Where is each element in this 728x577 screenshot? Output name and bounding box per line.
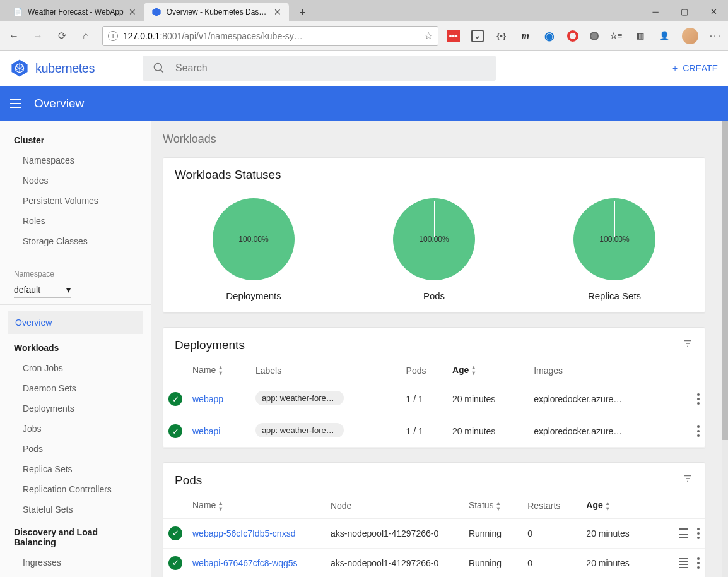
sidebar-item-namespaces[interactable]: Namespaces: [0, 150, 151, 170]
deployment-link[interactable]: webapi: [187, 415, 250, 448]
svg-point-9: [154, 64, 161, 71]
pie-percent: 100.00%: [419, 235, 449, 244]
create-button[interactable]: + CREATE: [672, 63, 718, 73]
col-restarts[interactable]: Restarts: [522, 494, 581, 518]
status-pods: 100.00% Pods: [393, 198, 475, 301]
sidebar-item-cronjobs[interactable]: Cron Jobs: [0, 358, 151, 378]
label-chip[interactable]: app: weather-forecas: [255, 391, 344, 405]
deployments-card: Deployments Name▲▼ Labels Pods Age▲▼ Ima…: [163, 327, 705, 448]
sidebar-item-statefulsets[interactable]: Stateful Sets: [0, 499, 151, 520]
pie-chart-deployments: 100.00%: [213, 198, 295, 280]
refresh-button[interactable]: ⟳: [54, 28, 69, 44]
browser-tab-active[interactable]: Overview - Kubernetes Dashboa ✕: [144, 3, 289, 21]
col-status[interactable]: Status▲▼: [464, 494, 522, 518]
sidebar-section-cluster[interactable]: Cluster: [0, 128, 151, 150]
col-age[interactable]: Age▲▼: [447, 359, 529, 383]
namespace-label: Namespace: [0, 265, 151, 280]
extension-braces-icon[interactable]: {•}: [495, 30, 508, 42]
tab-close-icon[interactable]: ✕: [274, 7, 281, 17]
extension-opera-icon[interactable]: [567, 30, 578, 42]
status-ok-icon: ✓: [168, 556, 182, 570]
images-value: exploredocker.azure…: [529, 415, 679, 448]
sidebar-section-discovery[interactable]: Discovery and Load Balancing: [0, 520, 151, 552]
col-labels[interactable]: Labels: [250, 359, 401, 383]
url-text: 127.0.0.1:8001/api/v1/namespaces/kube-sy…: [123, 31, 419, 41]
vertical-scrollbar[interactable]: [722, 121, 728, 577]
col-name[interactable]: Name▲▼: [187, 494, 326, 518]
status-ok-icon: ✓: [168, 424, 182, 438]
restarts-value: 0: [522, 518, 581, 548]
home-button[interactable]: ⌂: [78, 28, 93, 44]
sidebar-item-nodes[interactable]: Nodes: [0, 170, 151, 191]
collections-button[interactable]: ▥: [634, 30, 647, 42]
row-menu-button[interactable]: [697, 393, 700, 405]
sidebar-item-storage-classes[interactable]: Storage Classes: [0, 231, 151, 251]
user-avatar[interactable]: [682, 28, 698, 44]
address-bar[interactable]: i 127.0.0.1:8001/api/v1/namespaces/kube-…: [102, 26, 438, 46]
filter-icon[interactable]: [682, 473, 693, 487]
sidebar-item-pods[interactable]: Pods: [0, 439, 151, 459]
col-pods[interactable]: Pods: [401, 359, 447, 383]
namespace-selector[interactable]: default ▾: [14, 282, 71, 298]
logs-button[interactable]: [679, 528, 688, 538]
svg-marker-0: [152, 8, 160, 16]
sidebar-item-deployments[interactable]: Deployments: [0, 398, 151, 419]
sidebar-item-daemonsets[interactable]: Daemon Sets: [0, 378, 151, 398]
chevron-down-icon: ▾: [66, 285, 71, 295]
sidebar-item-ingresses[interactable]: Ingresses: [0, 552, 151, 573]
sidebar-item-replicasets[interactable]: Replica Sets: [0, 459, 151, 479]
tab-close-icon[interactable]: ✕: [129, 7, 136, 17]
svg-line-10: [160, 70, 163, 73]
sidebar-section-workloads[interactable]: Workloads: [0, 335, 151, 358]
sidebar-item-roles[interactable]: Roles: [0, 211, 151, 231]
row-menu-button[interactable]: [697, 425, 700, 437]
label-chip[interactable]: app: weather-forecas: [255, 423, 344, 437]
table-row: ✓ webapi-676467cfc8-wqg5s aks-nodepool1-…: [163, 548, 705, 577]
col-name[interactable]: Name▲▼: [187, 359, 250, 383]
bookmark-star-icon[interactable]: ☆: [424, 30, 433, 42]
extension-m-icon[interactable]: m: [519, 30, 532, 42]
row-menu-button[interactable]: [697, 528, 700, 539]
sidebar-item-jobs[interactable]: Jobs: [0, 419, 151, 439]
window-maximize-button[interactable]: ▢: [670, 1, 699, 21]
sidebar-item-rc[interactable]: Replication Controllers: [0, 479, 151, 499]
pod-link[interactable]: webapp-56cfc7fdb5-cnxsd: [187, 518, 326, 548]
favorites-button[interactable]: ☆≡: [610, 30, 623, 42]
logs-button[interactable]: [679, 558, 688, 568]
window-close-button[interactable]: ✕: [699, 1, 728, 21]
col-images[interactable]: Images: [529, 359, 679, 383]
col-node[interactable]: Node: [326, 494, 464, 518]
browser-tab-inactive[interactable]: 📄 Weather Forecast - WebApp ✕: [5, 3, 144, 21]
table-row: ✓ webapi app: weather-forecas 1 / 1 20 m…: [163, 415, 705, 448]
sidebar-item-overview[interactable]: Overview: [8, 311, 143, 334]
window-minimize-button[interactable]: ─: [641, 1, 670, 21]
kubernetes-logo[interactable]: kubernetes: [10, 59, 95, 78]
col-age[interactable]: Age▲▼: [581, 494, 654, 518]
profile-icon[interactable]: 👤: [658, 30, 671, 42]
row-menu-button[interactable]: [697, 557, 700, 569]
filter-icon[interactable]: [682, 338, 693, 352]
extension-pocket-icon[interactable]: ⌄: [471, 30, 484, 42]
search-bar[interactable]: Search: [143, 56, 496, 81]
site-info-icon[interactable]: i: [108, 31, 118, 41]
extension-1password-icon[interactable]: ◉: [543, 30, 556, 42]
sidebar: Cluster Namespaces Nodes Persistent Volu…: [0, 121, 151, 577]
status-label: Deployments: [226, 290, 281, 301]
workloads-statuses-card: Workloads Statuses 100.00% Deployments 1…: [163, 157, 705, 313]
age-value: 20 minutes: [447, 415, 529, 448]
status-label: Pods: [423, 290, 445, 301]
favicon-weather: 📄: [13, 7, 23, 17]
menu-toggle-button[interactable]: [10, 99, 21, 108]
deployment-link[interactable]: webapp: [187, 383, 250, 415]
browser-menu-button[interactable]: ···: [710, 30, 722, 42]
pie-chart-pods: 100.00%: [393, 198, 475, 280]
scrollbar-thumb[interactable]: [722, 121, 728, 440]
favicon-k8s: [151, 7, 161, 17]
back-button[interactable]: ←: [6, 28, 21, 44]
tab-title: Overview - Kubernetes Dashboa: [167, 8, 269, 16]
sidebar-item-persistent-volumes[interactable]: Persistent Volumes: [0, 191, 151, 211]
new-tab-button[interactable]: +: [294, 4, 312, 21]
extension-gray-icon[interactable]: [590, 32, 599, 40]
pod-link[interactable]: webapi-676467cfc8-wqg5s: [187, 548, 326, 577]
extension-lastpass-icon[interactable]: •••: [447, 30, 460, 42]
